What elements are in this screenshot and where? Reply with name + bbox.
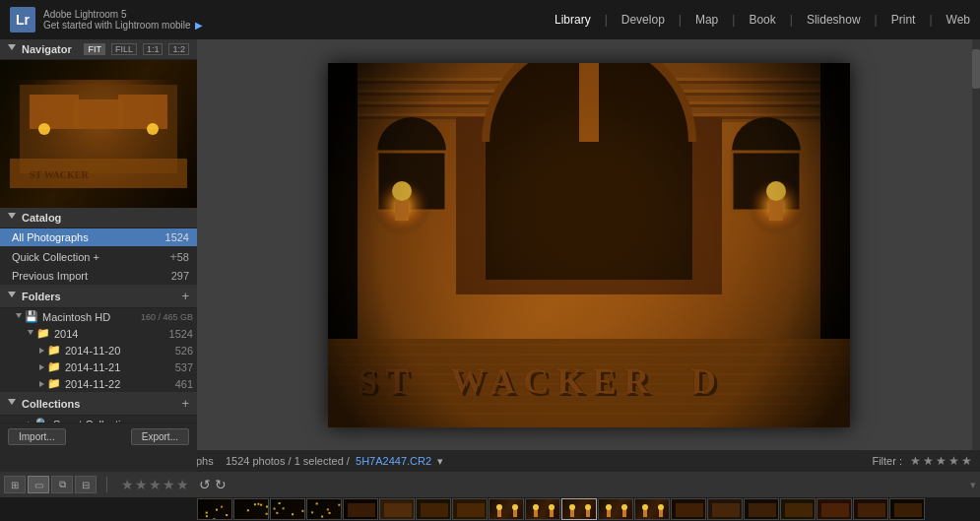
- nav-web[interactable]: Web: [947, 11, 970, 29]
- star-5[interactable]: ★: [176, 477, 189, 492]
- view-1-1-btn[interactable]: 1:1: [143, 43, 163, 55]
- filmstrip-frame-18[interactable]: [853, 498, 888, 520]
- star-1[interactable]: ★: [121, 477, 134, 492]
- filmstrip-frame-12[interactable]: [634, 498, 670, 520]
- catalog-panel-header[interactable]: Catalog: [0, 208, 197, 228]
- photo-container: [328, 63, 850, 427]
- star-2[interactable]: ★: [135, 477, 148, 492]
- folder-2014-count: 1524: [169, 328, 193, 340]
- folder-22-expand-icon[interactable]: [39, 381, 44, 387]
- navigator-panel-header[interactable]: Navigator FIT FILL 1:1 1:2: [0, 39, 197, 60]
- quick-collection-label: Quick Collection +: [12, 251, 165, 263]
- view-1-2-btn[interactable]: 1:2: [168, 43, 189, 55]
- folders-panel-header[interactable]: Folders +: [0, 285, 197, 308]
- filmstrip-frame-17[interactable]: [817, 498, 852, 520]
- all-photographs-count: 1524: [165, 231, 189, 243]
- filmstrip-frame-2[interactable]: [270, 498, 305, 520]
- folder-2014-11-20[interactable]: 📁 2014-11-20 526: [0, 342, 197, 358]
- import-button[interactable]: Import...: [8, 428, 66, 445]
- view-fit-btn[interactable]: FIT: [84, 43, 105, 55]
- drive-expand-icon[interactable]: [16, 313, 22, 321]
- folders-add-icon[interactable]: +: [181, 289, 189, 303]
- filmstrip-frame-14[interactable]: [707, 498, 743, 520]
- filmstrip-frame-6[interactable]: [416, 498, 451, 520]
- folders-title: Folders: [22, 291, 177, 302]
- toolbar: ⊞ ▭ ⧉ ⊟ ★ ★ ★ ★ ★ ↺ ↻ ▾: [0, 472, 980, 497]
- filter-stars: ★ ★ ★ ★ ★: [910, 454, 972, 468]
- folder-20-icon: 📁: [47, 344, 61, 357]
- nav-print[interactable]: Print: [891, 11, 916, 29]
- folder-22-icon: 📁: [47, 377, 61, 390]
- folder-2014-expand-icon[interactable]: [28, 330, 33, 338]
- folder-2014-11-21[interactable]: 📁 2014-11-21 537: [0, 358, 197, 375]
- filmstrip-frame-9[interactable]: [525, 498, 560, 520]
- folder-21-expand-icon[interactable]: [39, 364, 44, 370]
- nav-book[interactable]: Book: [749, 11, 775, 29]
- drive-disk-info: 160 / 465 GB: [141, 312, 193, 322]
- loupe-view-btn[interactable]: ▭: [28, 476, 49, 493]
- rotate-right-btn[interactable]: ↻: [215, 477, 227, 492]
- status-text: All Photographs 1524 photos / 1 selected…: [137, 455, 864, 468]
- folder-2014-name: 2014: [54, 328, 169, 340]
- folder-20-expand-icon[interactable]: [39, 348, 44, 354]
- quick-collection-row[interactable]: Quick Collection + + 58: [0, 246, 197, 267]
- survey-view-btn[interactable]: ⊟: [75, 476, 97, 493]
- filter-star-2[interactable]: ★: [923, 454, 934, 468]
- star-3[interactable]: ★: [149, 477, 162, 492]
- filmstrip-frame-4[interactable]: [343, 498, 378, 520]
- lr-logo: Lr: [10, 7, 35, 33]
- filmstrip-frame-10[interactable]: [561, 498, 597, 520]
- folder-2014-icon: 📁: [36, 327, 50, 340]
- nav-library[interactable]: Library: [555, 11, 591, 29]
- main-content: [197, 39, 980, 450]
- filmstrip-frame-19[interactable]: [889, 498, 925, 520]
- drive-item[interactable]: 💾 Macintosh HD 160 / 465 GB: [0, 308, 197, 325]
- catalog-toggle-icon: [8, 213, 16, 223]
- rotate-left-btn[interactable]: ↺: [199, 477, 211, 492]
- nav-develop[interactable]: Develop: [621, 11, 665, 29]
- folder-2014[interactable]: 📁 2014 1524: [0, 325, 197, 342]
- sidebar-bottom: Import... Export...: [0, 423, 197, 450]
- filmstrip-frame-0[interactable]: [197, 498, 232, 520]
- folders-toggle-icon: [8, 292, 16, 301]
- filmstrip-frame-8[interactable]: [489, 498, 524, 520]
- toolbar-menu-icon[interactable]: ▾: [970, 479, 976, 491]
- drive-icon: 💾: [25, 310, 38, 323]
- filmstrip-frame-3[interactable]: [306, 498, 342, 520]
- filmstrip-frame-16[interactable]: [780, 498, 816, 520]
- filmstrip-frame-5[interactable]: [379, 498, 415, 520]
- filter-star-1[interactable]: ★: [910, 454, 921, 468]
- filter-star-3[interactable]: ★: [936, 454, 947, 468]
- filmstrip-frame-13[interactable]: [671, 498, 706, 520]
- navigator-canvas: [0, 60, 197, 208]
- all-photographs-row[interactable]: All Photographs 1524: [0, 228, 197, 246]
- filmstrip-frame-15[interactable]: [744, 498, 779, 520]
- filmstrip-frame-1[interactable]: [233, 498, 269, 520]
- main-scrollbar-thumb[interactable]: [972, 49, 980, 89]
- filter-star-5[interactable]: ★: [961, 454, 972, 468]
- nav-slideshow[interactable]: Slideshow: [807, 11, 861, 29]
- filmstrip-frame-11[interactable]: [598, 498, 633, 520]
- filter-star-4[interactable]: ★: [948, 454, 959, 468]
- collections-add-icon[interactable]: +: [181, 396, 189, 411]
- compare-view-btn[interactable]: ⧉: [51, 476, 73, 493]
- drive-name: Macintosh HD: [42, 311, 137, 323]
- quick-collection-count: 58: [177, 251, 189, 263]
- folder-20-name: 2014-11-20: [65, 345, 175, 357]
- main-scrollbar[interactable]: [972, 39, 980, 450]
- star-4[interactable]: ★: [163, 477, 175, 492]
- view-mode-buttons: ⊞ ▭ ⧉ ⊟: [4, 476, 97, 493]
- filter-label: Filter :: [872, 455, 902, 467]
- app-subtitle[interactable]: Get started with Lightroom mobile ▶: [43, 20, 203, 31]
- view-fill-btn[interactable]: FILL: [111, 43, 137, 55]
- app-info: Adobe Lightroom 5 Get started with Light…: [43, 9, 203, 31]
- export-button[interactable]: Export...: [131, 428, 189, 445]
- grid-view-btn[interactable]: ⊞: [4, 476, 26, 493]
- filmstrip-frame-7[interactable]: [452, 498, 488, 520]
- folder-2014-11-22[interactable]: 📁 2014-11-22 461: [0, 375, 197, 392]
- collections-panel-header[interactable]: Collections +: [0, 392, 197, 416]
- catalog-title: Catalog: [22, 212, 189, 224]
- quick-collection-add-icon[interactable]: +: [169, 249, 177, 264]
- previous-import-row[interactable]: Previous Import 297: [0, 267, 197, 285]
- nav-map[interactable]: Map: [695, 11, 718, 29]
